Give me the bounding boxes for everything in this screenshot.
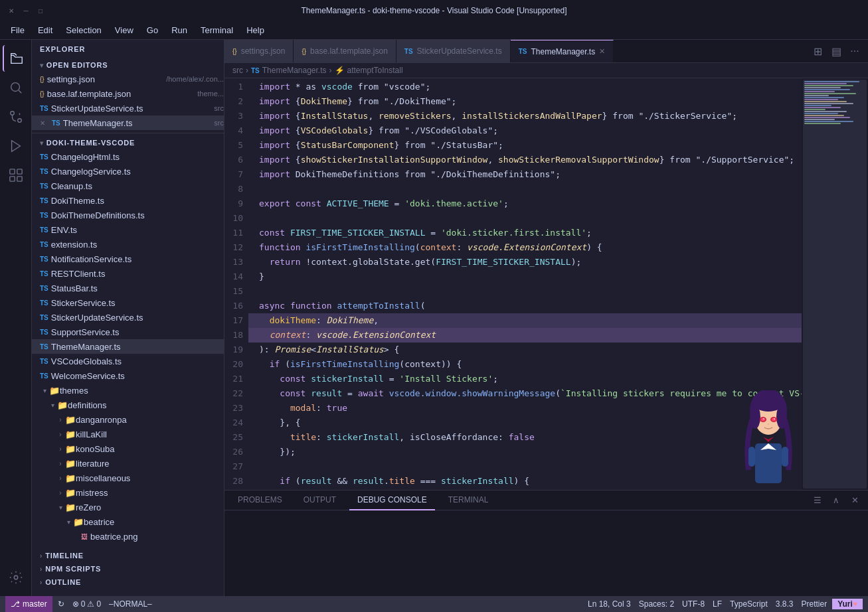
activity-extensions[interactable]: [3, 162, 29, 189]
file-beatrice-png[interactable]: 🖼 beatrice.png: [32, 529, 224, 544]
panel-close-button[interactable]: ✕: [847, 493, 863, 508]
menu-terminal[interactable]: Terminal: [195, 24, 238, 37]
svg-marker-3: [11, 141, 20, 152]
code-content[interactable]: import * as vscode from "vscode";import …: [248, 78, 802, 490]
folder-kill-la-kill[interactable]: › 📁 killLaKill: [32, 427, 224, 441]
sync-icon: ↻: [58, 599, 64, 609]
activity-settings[interactable]: [3, 564, 29, 591]
file-statusbar[interactable]: TS StatusBar.ts: [32, 281, 224, 295]
tab-theme-manager[interactable]: TS ThemeManager.ts ✕: [511, 40, 614, 63]
file-env[interactable]: TS ENV.ts: [32, 222, 224, 237]
minimize-button[interactable]: ─: [21, 6, 31, 15]
open-editors-title[interactable]: ▾ OPEN EDITORS: [32, 58, 224, 72]
panel-up-button[interactable]: ∧: [828, 493, 844, 508]
folder-misc[interactable]: › 📁 miscellaneous: [32, 471, 224, 485]
panel-tab-output[interactable]: OUTPUT: [296, 491, 344, 510]
file-theme-manager[interactable]: TS ThemeManager.ts: [32, 339, 224, 354]
folder-danganronpa[interactable]: › 📁 danganronpa: [32, 412, 224, 427]
status-sync[interactable]: ↻: [55, 596, 67, 612]
panel-tab-problems[interactable]: PROBLEMS: [230, 491, 290, 510]
timeline-section[interactable]: › TIMELINE: [32, 549, 224, 562]
menu-help[interactable]: Help: [241, 24, 270, 37]
folder-icon: 📁: [65, 415, 76, 425]
menu-go[interactable]: Go: [141, 24, 163, 37]
status-position[interactable]: Ln 18, Col 3: [585, 599, 634, 609]
ts-icon: TS: [40, 329, 48, 336]
file-sticker-update[interactable]: TS StickerUpdateService.ts: [32, 310, 224, 325]
folder-chevron: ›: [56, 489, 65, 497]
ts-icon: TS: [40, 270, 48, 277]
file-changelog-html[interactable]: TS ChangelogHtml.ts: [32, 149, 224, 164]
activity-debug[interactable]: [3, 133, 29, 159]
tab-close-icon[interactable]: ✕: [599, 47, 605, 56]
status-formatter[interactable]: Prettier: [799, 599, 830, 609]
svg-point-22: [768, 423, 770, 425]
svg-point-20: [763, 418, 764, 420]
svg-point-0: [11, 83, 19, 92]
maximize-button[interactable]: □: [36, 6, 45, 15]
folder-rezero[interactable]: ▾ 📁 reZero: [32, 500, 224, 514]
yuri-badge[interactable]: Yuri ♥: [832, 599, 863, 609]
folder-chevron: ›: [56, 460, 65, 467]
file-notification[interactable]: TS NotificationService.ts: [32, 252, 224, 266]
status-errors[interactable]: ⊗ 0 ⚠ 0: [70, 599, 104, 609]
folder-mistress[interactable]: › 📁 mistress: [32, 485, 224, 500]
folder-beatrice[interactable]: ▾ 📁 beatrice: [32, 514, 224, 529]
menu-file[interactable]: File: [5, 24, 30, 37]
close-button[interactable]: ✕: [7, 6, 16, 15]
svg-point-19: [772, 418, 776, 421]
folder-definitions[interactable]: ▾ 📁 definitions: [32, 398, 224, 412]
file-sticker-service[interactable]: TS StickerService.ts: [32, 295, 224, 310]
file-doki-theme-def[interactable]: TS DokiThemeDefinitions.ts: [32, 208, 224, 222]
file-changelog-service[interactable]: TS ChangelogService.ts: [32, 164, 224, 179]
menu-selection[interactable]: Selection: [60, 24, 106, 37]
code-editor[interactable]: 1234567891011121314151617181920212223242…: [224, 78, 868, 490]
panel-tab-terminal[interactable]: TERMINAL: [440, 491, 497, 510]
open-editor-sticker[interactable]: TS StickerUpdateService.ts src: [32, 101, 224, 115]
menubar: File Edit Selection View Go Run Terminal…: [0, 21, 868, 40]
file-cleanup[interactable]: TS Cleanup.ts: [32, 179, 224, 193]
titlebar-controls[interactable]: ✕ ─ □: [7, 6, 45, 15]
folder-icon: 📁: [65, 459, 76, 469]
toggle-panel-button[interactable]: ▤: [828, 43, 844, 59]
file-doki-theme[interactable]: TS DokiTheme.ts: [32, 193, 224, 208]
status-git[interactable]: ⎇ master: [5, 596, 52, 612]
tab-settings[interactable]: {} settings.json: [224, 40, 294, 63]
menu-edit[interactable]: Edit: [33, 24, 58, 37]
activity-explorer[interactable]: [3, 45, 29, 72]
folder-literature[interactable]: › 📁 literature: [32, 456, 224, 471]
breadcrumb-sep2: ›: [329, 66, 332, 75]
editor-area: {} settings.json {} base.laf.template.js…: [224, 40, 868, 596]
open-editor-settings[interactable]: {} settings.json /home/alex/.con...: [32, 72, 224, 86]
npm-section[interactable]: › NPM SCRIPTS: [32, 562, 224, 575]
panel-tab-debug[interactable]: DEBUG CONSOLE: [349, 491, 435, 510]
outline-chevron: ›: [40, 579, 43, 586]
folder-konosuba[interactable]: › 📁 konoSuba: [32, 441, 224, 456]
outline-section[interactable]: › OUTLINE: [32, 575, 224, 589]
status-line-ending[interactable]: LF: [710, 599, 725, 609]
open-editor-base[interactable]: {} base.laf.template.json theme...: [32, 86, 224, 101]
more-actions-button[interactable]: ···: [847, 43, 863, 59]
project-title[interactable]: ▾ DOKI-THEME-VSCODE: [32, 136, 224, 149]
tab-base[interactable]: {} base.laf.template.json: [294, 40, 396, 63]
tab-sticker[interactable]: TS StickerUpdateService.ts: [396, 40, 511, 63]
activity-search[interactable]: [3, 74, 29, 101]
status-encoding[interactable]: UTF-8: [679, 599, 707, 609]
file-vscode-globals[interactable]: TS VSCodeGlobals.ts: [32, 354, 224, 368]
file-rest[interactable]: TS RESTClient.ts: [32, 266, 224, 281]
file-extension[interactable]: TS extension.ts: [32, 237, 224, 252]
status-language[interactable]: TypeScript: [727, 599, 770, 609]
file-support[interactable]: TS SupportService.ts: [32, 325, 224, 339]
split-editor-button[interactable]: ⊞: [810, 43, 825, 59]
menu-view[interactable]: View: [110, 24, 139, 37]
clear-console-button[interactable]: ☰: [810, 493, 825, 508]
status-spaces[interactable]: Spaces: 2: [636, 599, 677, 609]
svg-rect-5: [17, 169, 21, 174]
close-icon[interactable]: ✕: [40, 119, 50, 127]
open-editor-theme[interactable]: ✕ TS ThemeManager.ts src: [32, 115, 224, 130]
file-welcome[interactable]: TS WelcomeService.ts: [32, 368, 224, 383]
menu-run[interactable]: Run: [166, 24, 193, 37]
ts-icon: TS: [52, 119, 60, 127]
folder-themes[interactable]: ▾ 📁 themes: [32, 383, 224, 398]
activity-git[interactable]: [3, 104, 29, 130]
